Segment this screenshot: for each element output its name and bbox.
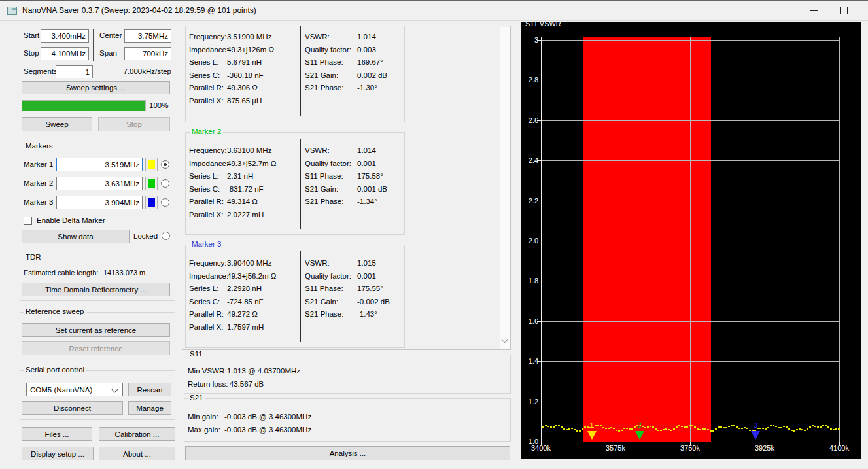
set-reference-button[interactable]: Set current as reference <box>22 323 170 337</box>
sweep-button[interactable]: Sweep <box>22 117 92 131</box>
info-row: S11 Phase:169.67° <box>305 56 387 69</box>
chart-trace <box>791 430 793 431</box>
chart-marker-3-label: 3 <box>749 421 762 429</box>
window-title: NanoVNA Saver 0.3.7 (Sweep: 2023-04-02 1… <box>22 6 256 15</box>
gridline <box>690 37 691 442</box>
marker-1-input[interactable] <box>56 158 143 171</box>
tdr-group-title: TDR <box>24 253 43 261</box>
chart-trace <box>793 430 795 432</box>
marker-1-radio[interactable] <box>161 160 169 169</box>
chart-trace <box>796 429 798 430</box>
minimize-button[interactable] <box>801 1 827 20</box>
marker-1-color-swatch[interactable] <box>145 158 158 171</box>
chart-trace <box>788 428 790 430</box>
marker-2-radio[interactable] <box>161 179 169 188</box>
info-row: Impedance:49.3+j56.2m Ω <box>189 270 276 283</box>
enable-delta-checkbox[interactable] <box>24 217 32 225</box>
marker-3-input[interactable] <box>56 196 143 209</box>
analysis-button[interactable]: Analysis ... <box>185 446 510 460</box>
serial-port-select[interactable]: COM5 (NanoVNA) <box>26 383 123 396</box>
info-row: VSWR:1.014 <box>305 145 387 158</box>
stop-input[interactable] <box>41 47 89 60</box>
chart-trace <box>558 425 560 426</box>
chart-trace <box>825 425 827 426</box>
title-bar[interactable]: NanoVNA Saver 0.3.7 (Sweep: 2023-04-02 1… <box>0 1 868 21</box>
progress-percent-label: 100% <box>149 101 168 109</box>
info-row: Series L:2.2928 nH <box>189 283 276 296</box>
marker-2-color-swatch[interactable] <box>145 177 158 190</box>
disconnect-button[interactable]: Disconnect <box>22 401 123 415</box>
chart-trace <box>723 427 725 428</box>
chart-trace <box>827 426 829 428</box>
marker-2-info-title: Marker 2 <box>190 128 223 135</box>
gridline <box>839 37 840 442</box>
chart-trace <box>655 428 657 430</box>
chart-trace <box>665 428 667 430</box>
rescan-button[interactable]: Rescan <box>128 383 171 396</box>
info-row: Series L:5.6791 nH <box>189 56 274 69</box>
marker-2-input[interactable] <box>56 177 143 190</box>
chart-trace <box>582 428 583 430</box>
tdr-button[interactable]: Time Domain Reflectometry ... <box>22 283 170 296</box>
scroll-down-icon[interactable] <box>502 337 508 343</box>
chart-trace <box>663 429 665 430</box>
stop-label: Stop <box>24 49 39 57</box>
display-setup-button[interactable]: Display setup ... <box>22 447 94 460</box>
chart-marker-2[interactable] <box>635 431 644 440</box>
y-axis-label: 1.8 <box>521 277 538 285</box>
chart-trace <box>835 428 837 430</box>
chart-trace <box>731 425 733 426</box>
stop-button[interactable]: Stop <box>98 117 170 131</box>
max-gain-row: Max gain:-0.003 dB @ 3.46300MHz <box>188 423 311 436</box>
scrollbar[interactable] <box>500 27 510 349</box>
chart-trace <box>830 428 832 430</box>
chart-trace <box>778 427 780 428</box>
chart-trace <box>566 429 568 430</box>
chart-trace <box>561 426 563 428</box>
min-gain-row: Min gain:-0.003 dB @ 3.46300MHz <box>188 410 311 423</box>
chart-trace <box>681 426 683 427</box>
chart-trace <box>668 429 670 430</box>
start-label: Start <box>24 31 39 39</box>
info-row: Parallel R:49.272 Ω <box>189 308 276 321</box>
vswr-chart[interactable]: S11 VSWR 32.82.62.42.22.01.81.61.41.21.0… <box>521 22 861 459</box>
chart-trace <box>741 428 743 429</box>
s21-group-title: S21 <box>188 394 205 402</box>
manage-button[interactable]: Manage <box>128 401 171 415</box>
files-button[interactable]: Files ... <box>22 427 92 441</box>
start-input[interactable] <box>41 29 89 43</box>
segments-input[interactable] <box>56 65 93 78</box>
center-label: Center <box>99 31 122 39</box>
calibration-button[interactable]: Calibration ... <box>99 427 175 441</box>
chart-trace <box>563 428 565 430</box>
chart-trace <box>715 428 717 430</box>
marker-2-color <box>148 179 155 188</box>
step-size-label: 7.000kHz/step <box>105 67 171 75</box>
locked-radio[interactable] <box>162 232 170 240</box>
serial-port-value: COM5 (NanoVNA) <box>30 386 92 394</box>
chart-marker-3[interactable] <box>751 431 760 440</box>
cable-length-value: 14133.073 m <box>103 269 145 277</box>
chart-trace <box>608 428 610 429</box>
return-loss-row: Return loss:-43.567 dB <box>188 377 300 391</box>
marker-3-color-swatch[interactable] <box>145 196 158 209</box>
span-input[interactable] <box>124 47 171 60</box>
chart-trace <box>660 430 662 431</box>
reset-reference-button[interactable]: Reset reference <box>22 341 170 355</box>
x-axis-label: 3575k <box>601 444 630 452</box>
chart-trace <box>838 428 840 430</box>
chart-marker-1[interactable] <box>587 431 597 440</box>
chart-trace <box>602 427 604 428</box>
chart-trace <box>718 426 720 428</box>
chart-trace <box>542 426 544 428</box>
marker-3-radio[interactable] <box>161 198 169 207</box>
about-button[interactable]: About ... <box>99 447 175 460</box>
sweep-settings-button[interactable]: Sweep settings ... <box>22 81 170 94</box>
chart-trace <box>605 428 607 429</box>
show-data-button[interactable]: Show data <box>22 230 130 243</box>
info-row: Series C:-360.18 nF <box>189 69 274 82</box>
maximize-button[interactable] <box>831 1 857 20</box>
center-input[interactable] <box>124 29 171 43</box>
sweep-progress-bar <box>22 100 146 111</box>
locked-label: Locked <box>133 232 158 240</box>
